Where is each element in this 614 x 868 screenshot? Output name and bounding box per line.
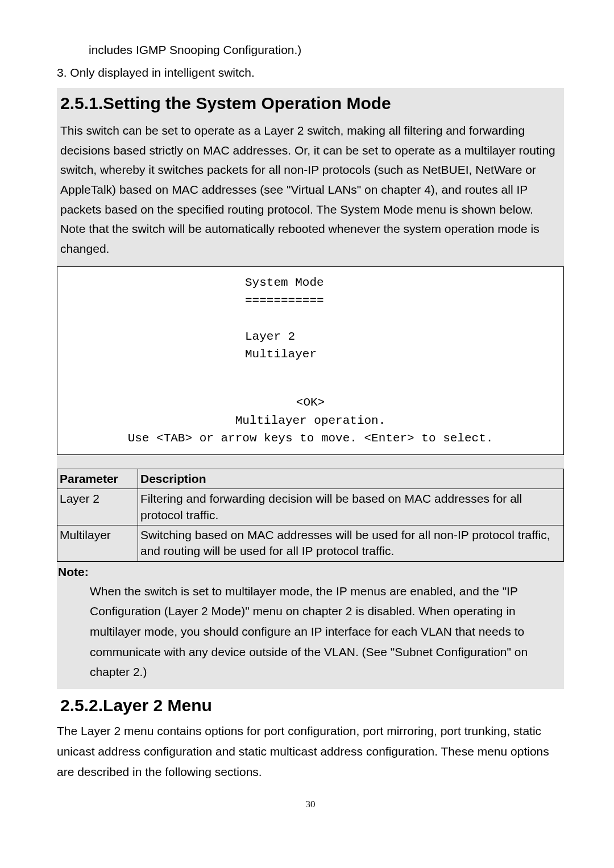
terminal-title: System Mode bbox=[245, 274, 563, 292]
cell-desc: Switching based on MAC addresses will be… bbox=[138, 525, 564, 562]
header-description: Description bbox=[138, 469, 564, 489]
terminal-option-multilayer: Multilayer bbox=[245, 345, 563, 364]
list-item-3: 3. Only displayed in intelligent switch. bbox=[57, 64, 564, 82]
cell-param: Multilayer bbox=[57, 525, 138, 562]
table-row: Layer 2 Filtering and forwarding decisio… bbox=[57, 489, 564, 525]
terminal-underline: =========== bbox=[245, 292, 563, 310]
document-page: includes IGMP Snooping Configuration.) 3… bbox=[0, 0, 614, 833]
cell-desc: Filtering and forwarding decision will b… bbox=[138, 489, 564, 525]
terminal-screen: System Mode =========== Layer 2 Multilay… bbox=[57, 266, 564, 455]
note-label: Note: bbox=[57, 562, 564, 579]
parameter-table: Parameter Description Layer 2 Filtering … bbox=[57, 469, 564, 562]
header-parameter: Parameter bbox=[57, 469, 138, 489]
section-2-5-2-body: The Layer 2 menu contains options for po… bbox=[57, 721, 564, 782]
section-2-5-2-heading: 2.5.2.Layer 2 Menu bbox=[57, 692, 564, 721]
terminal-option-layer2: Layer 2 bbox=[245, 328, 563, 346]
terminal-subtitle: Multilayer operation. bbox=[57, 412, 563, 430]
table-row: Multilayer Switching based on MAC addres… bbox=[57, 525, 564, 562]
cell-param: Layer 2 bbox=[57, 489, 138, 525]
note-body: When the switch is set to multilayer mod… bbox=[57, 579, 564, 689]
page-number: 30 bbox=[57, 799, 564, 810]
section-2-5-1: 2.5.1.Setting the System Operation Mode … bbox=[57, 88, 564, 266]
carryover-text: includes IGMP Snooping Configuration.) bbox=[89, 41, 564, 59]
section-2-5-1-body: This switch can be set to operate as a L… bbox=[57, 121, 564, 266]
terminal-ok: <OK> bbox=[57, 394, 563, 412]
table-header-row: Parameter Description bbox=[57, 469, 564, 489]
section-2-5-1-heading: 2.5.1.Setting the System Operation Mode bbox=[57, 88, 564, 121]
terminal-hint: Use <TAB> or arrow keys to move. <Enter>… bbox=[57, 429, 563, 448]
spacer bbox=[57, 455, 564, 469]
